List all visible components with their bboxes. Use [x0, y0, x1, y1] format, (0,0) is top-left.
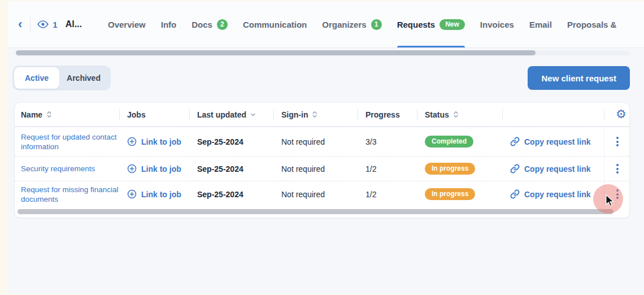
- status-cell: In progress: [417, 157, 502, 181]
- scrollbar-thumb[interactable]: [16, 50, 536, 55]
- request-name-link[interactable]: Request for updated contact information: [21, 132, 119, 151]
- link-icon: [510, 137, 520, 146]
- requests-toolbar: Active Archived New client request: [12, 66, 630, 90]
- tab-email[interactable]: Email: [529, 1, 552, 47]
- link-to-job-button[interactable]: Link to job: [127, 137, 181, 146]
- docs-count-badge: 2: [217, 19, 228, 30]
- plus-circle-icon: [127, 164, 137, 173]
- column-header-actions: [502, 103, 604, 126]
- new-client-request-button[interactable]: New client request: [528, 66, 630, 90]
- status-cell: In progress: [417, 181, 502, 207]
- sort-both-icon: [46, 110, 52, 119]
- jobs-cell: Link to job: [119, 127, 189, 156]
- column-header-name[interactable]: Name: [15, 103, 119, 126]
- table-settings-button[interactable]: ⚙: [604, 103, 630, 126]
- active-archived-toggle: Active Archived: [12, 66, 111, 90]
- table-row: Request for updated contact information …: [15, 127, 629, 156]
- tab-docs[interactable]: Docs 2: [192, 1, 228, 47]
- column-header-sign-in[interactable]: Sign-in: [273, 103, 358, 126]
- copy-link-cell: Copy request link: [502, 127, 604, 156]
- sign-in-cell: Not required: [273, 127, 358, 156]
- tab-invoices[interactable]: Invoices: [480, 1, 514, 47]
- last-updated-cell: Sep-25-2024: [189, 181, 273, 207]
- gear-icon: ⚙: [616, 109, 626, 120]
- segment-active[interactable]: Active: [14, 67, 59, 89]
- link-icon: [510, 189, 520, 199]
- jobs-cell: Link to job: [119, 157, 189, 181]
- column-header-status[interactable]: Status: [417, 103, 502, 126]
- status-badge: In progress: [425, 188, 475, 200]
- sort-both-icon: [453, 110, 459, 119]
- tabbar-scrollbar: [14, 50, 638, 56]
- kebab-menu-icon[interactable]: [604, 181, 630, 207]
- sort-both-icon: [312, 110, 317, 119]
- copy-request-link-button[interactable]: Copy request link: [510, 164, 590, 173]
- progress-cell: 3/3: [358, 127, 417, 156]
- tab-organizers[interactable]: Organizers 1: [322, 1, 381, 47]
- row-menu-cell: [604, 181, 630, 207]
- kebab-menu-icon[interactable]: [604, 127, 630, 156]
- app-frame: ‹ 1 Al... Overview Info Docs 2 Communica…: [8, 1, 644, 294]
- views-count: 1: [53, 20, 57, 29]
- row-menu-cell: [604, 127, 630, 156]
- last-updated-cell: Sep-25-2024: [189, 157, 273, 181]
- organizers-count-badge: 1: [371, 19, 382, 30]
- column-header-last-updated[interactable]: Last updated: [189, 103, 273, 126]
- progress-cell: 1/2: [358, 157, 417, 181]
- plus-circle-icon: [127, 189, 137, 199]
- divider: [30, 17, 31, 32]
- table-header-row: Name Jobs Last updated Sign-in Progress …: [15, 103, 629, 127]
- request-name-cell: Request for updated contact information: [15, 127, 119, 156]
- tab-communication[interactable]: Communication: [243, 1, 307, 47]
- request-name-cell: Security requirements: [15, 157, 119, 181]
- tab-info[interactable]: Info: [161, 1, 177, 47]
- new-feature-badge: New: [440, 19, 465, 30]
- table-row: Request for missing financial documents …: [15, 181, 629, 207]
- client-views: 1: [37, 19, 57, 30]
- status-badge: In progress: [425, 163, 475, 175]
- link-to-job-button[interactable]: Link to job: [127, 164, 181, 173]
- jobs-cell: Link to job: [119, 181, 189, 207]
- requests-table: Name Jobs Last updated Sign-in Progress …: [14, 102, 630, 218]
- request-name-cell: Request for missing financial documents: [15, 181, 119, 207]
- copy-link-cell: Copy request link: [502, 181, 604, 207]
- tabs: Overview Info Docs 2 Communication Organ…: [108, 1, 616, 47]
- last-updated-cell: Sep-25-2024: [189, 127, 273, 156]
- client-tab-bar: ‹ 1 Al... Overview Info Docs 2 Communica…: [8, 1, 644, 48]
- status-cell: Completed: [417, 127, 502, 156]
- table-row: Security requirements Link to job Sep-25…: [15, 156, 629, 181]
- copy-request-link-button[interactable]: Copy request link: [510, 137, 590, 146]
- copy-link-cell: Copy request link: [502, 157, 604, 181]
- request-name-link[interactable]: Security requirements: [21, 164, 95, 173]
- scrollbar-thumb[interactable]: [18, 209, 613, 214]
- row-menu-cell: [604, 157, 630, 181]
- sort-desc-icon: [250, 112, 256, 118]
- table-scrollbar: [15, 207, 629, 218]
- tab-requests[interactable]: Requests New: [397, 1, 465, 47]
- copy-request-link-button[interactable]: Copy request link: [510, 189, 590, 199]
- link-icon: [510, 164, 520, 173]
- sign-in-cell: Not required: [273, 181, 358, 207]
- plus-circle-icon: [127, 137, 137, 146]
- status-badge: Completed: [425, 136, 473, 148]
- segment-archived[interactable]: Archived: [59, 67, 108, 89]
- link-to-job-button[interactable]: Link to job: [127, 189, 181, 199]
- request-name-link[interactable]: Request for missing financial documents: [21, 185, 119, 204]
- client-name[interactable]: Al...: [66, 19, 82, 29]
- kebab-menu-icon[interactable]: [604, 157, 630, 181]
- eye-icon: [37, 19, 49, 30]
- sign-in-cell: Not required: [273, 157, 358, 181]
- column-header-progress[interactable]: Progress: [358, 103, 417, 126]
- back-button[interactable]: ‹: [15, 18, 25, 31]
- progress-cell: 1/2: [358, 181, 417, 207]
- tab-overview[interactable]: Overview: [108, 1, 146, 47]
- column-header-jobs[interactable]: Jobs: [119, 103, 189, 126]
- tab-proposals[interactable]: Proposals &: [567, 1, 617, 47]
